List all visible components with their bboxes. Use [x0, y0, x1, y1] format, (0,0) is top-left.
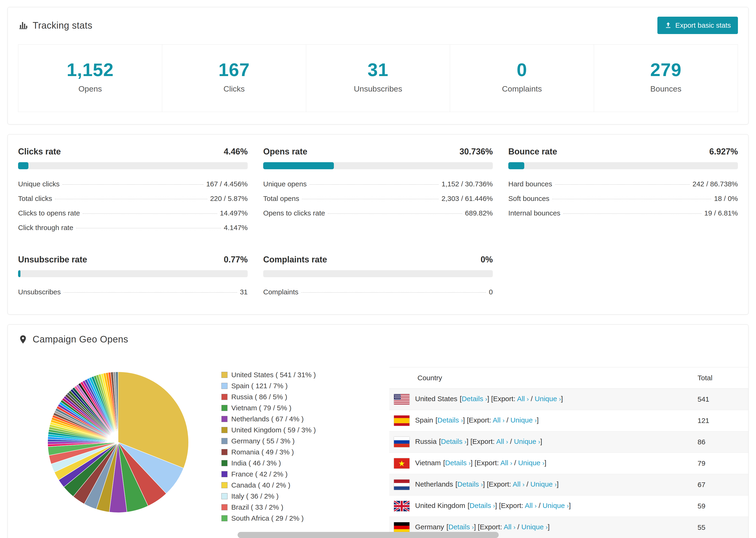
detail-label: Unique opens	[263, 180, 307, 188]
geo-content: United States ( 541 / 31% )Spain ( 121 /…	[8, 354, 748, 538]
stat-value: 0	[450, 59, 594, 81]
legend-swatch	[221, 372, 228, 378]
link-arrow-icon: ›	[485, 396, 487, 403]
export-all-link-ru[interactable]: All ›	[496, 438, 508, 445]
rate-head: Complaints rate0%	[263, 255, 493, 265]
export-all-link-vn[interactable]: All ›	[500, 459, 512, 467]
geo-total-cell: 55	[692, 517, 748, 538]
geo-row-russia: Russia[Details ›] [Export: All › / Uniqu…	[389, 431, 748, 453]
legend-item-brazil[interactable]: Brazil ( 33 / 2% )	[221, 503, 334, 511]
legend-label: Spain ( 121 / 7% )	[231, 382, 288, 390]
legend-label: Russia ( 86 / 5% )	[231, 393, 287, 401]
link-arrow-icon: ›	[555, 481, 557, 488]
legend-item-spain[interactable]: Spain ( 121 / 7% )	[221, 382, 334, 390]
legend-item-united-kingdom[interactable]: United Kingdom ( 59 / 3% )	[221, 426, 334, 434]
flag-nl-icon	[394, 480, 409, 490]
legend-item-germany[interactable]: Germany ( 55 / 3% )	[221, 437, 334, 445]
rates-card: Clicks rate4.46%Unique clicks167 / 4.456…	[8, 134, 748, 314]
bracket: ]	[548, 523, 550, 531]
export-unique-link-vn[interactable]: Unique ›	[518, 459, 544, 467]
bracket: /	[529, 395, 535, 403]
legend-item-united-states[interactable]: United States ( 541 / 31% )	[221, 371, 334, 379]
pie-svg	[43, 367, 193, 517]
details-link-us[interactable]: Details ›	[461, 395, 487, 403]
bracket: /	[537, 502, 543, 510]
bracket: [	[456, 480, 458, 488]
geo-country-cell: United Kingdom[Details ›] [Export: All ›…	[389, 496, 692, 517]
legend-item-india[interactable]: India ( 46 / 3% )	[221, 459, 334, 467]
legend-label: United States ( 541 / 31% )	[231, 371, 316, 379]
details-link-gb[interactable]: Details ›	[469, 502, 495, 510]
export-all-link-gb[interactable]: All ›	[525, 502, 536, 510]
legend-item-vietnam[interactable]: Vietnam ( 79 / 5% )	[221, 404, 334, 412]
detail-value: 4.147%	[224, 224, 248, 232]
geo-opens-header: Campaign Geo Opens	[8, 325, 748, 354]
detail-row-opens-to-clicks-rate: Opens to clicks rate689.82%	[263, 206, 493, 220]
export-basic-stats-button[interactable]: Export basic stats	[657, 17, 738, 34]
geo-legend: United States ( 541 / 31% )Spain ( 121 /…	[221, 371, 334, 525]
detail-row-total-opens: Total opens2,303 / 61.446%	[263, 191, 493, 206]
export-label: [Export:	[478, 523, 504, 531]
export-unique-link-us[interactable]: Unique ›	[535, 395, 561, 403]
geo-table: CountryTotal United States[Details ›] [E…	[389, 367, 748, 538]
legend-item-romania[interactable]: Romania ( 49 / 3% )	[221, 448, 334, 456]
link-arrow-icon: ›	[542, 459, 544, 467]
legend-item-south-africa[interactable]: South Africa ( 29 / 2% )	[221, 514, 334, 522]
legend-swatch	[221, 460, 228, 466]
export-unique-link-de[interactable]: Unique ›	[521, 523, 548, 531]
bracket: [	[436, 416, 437, 424]
export-all-link-us[interactable]: All ›	[517, 395, 529, 403]
flag-de-icon	[394, 522, 409, 533]
legend-item-russia[interactable]: Russia ( 86 / 5% )	[221, 393, 334, 401]
export-all-link-es[interactable]: All ›	[493, 416, 505, 424]
rate-title: Unsubscribe rate	[18, 255, 87, 265]
export-unique-link-ru[interactable]: Unique ›	[514, 438, 540, 445]
detail-value: 19 / 6.81%	[704, 209, 738, 217]
rate-detail-rows: Unique clicks167 / 4.456%Total clicks220…	[18, 177, 248, 235]
detail-value: 14.497%	[220, 209, 248, 217]
export-unique-link-nl[interactable]: Unique ›	[530, 480, 557, 488]
detail-value: 0	[489, 288, 493, 296]
details-link-nl[interactable]: Details ›	[458, 480, 483, 488]
country-name: United States	[415, 395, 458, 403]
bracket: /	[515, 523, 521, 531]
details-link-vn[interactable]: Details ›	[445, 459, 471, 467]
export-all-link-nl[interactable]: All ›	[513, 480, 524, 488]
link-arrow-icon: ›	[546, 524, 548, 531]
bracket: ]	[471, 459, 475, 467]
detail-row-soft-bounces: Soft bounces18 / 0%	[508, 191, 738, 206]
flag-gb-icon	[394, 501, 409, 511]
geo-total-cell: 67	[692, 474, 748, 496]
detail-row-unique-opens: Unique opens1,152 / 30.736%	[263, 177, 493, 191]
legend-label: Romania ( 49 / 3% )	[231, 448, 294, 456]
detail-label: Clicks to opens rate	[18, 209, 80, 217]
link-arrow-icon: ›	[461, 417, 463, 424]
detail-value: 31	[240, 288, 248, 296]
details-link-de[interactable]: Details ›	[449, 523, 474, 531]
export-unique-link-gb[interactable]: Unique ›	[543, 502, 569, 510]
dotted-leader	[563, 213, 702, 214]
export-unique-link-es[interactable]: Unique ›	[511, 416, 537, 424]
horizontal-scrollbar-thumb[interactable]	[238, 532, 499, 538]
bracket: ]	[466, 438, 470, 445]
geo-row-spain: Spain[Details ›] [Export: All › / Unique…	[389, 410, 748, 431]
link-arrow-icon: ›	[493, 502, 495, 510]
rate-head: Clicks rate4.46%	[18, 147, 248, 157]
dotted-leader	[328, 213, 462, 214]
dotted-leader	[552, 199, 711, 199]
legend-item-italy[interactable]: Italy ( 36 / 2% )	[221, 492, 334, 500]
stat-value: 1,152	[18, 59, 162, 81]
dotted-leader	[55, 199, 207, 199]
legend-item-france[interactable]: France ( 42 / 2% )	[221, 470, 334, 478]
details-link-ru[interactable]: Details ›	[441, 438, 466, 445]
dotted-leader	[555, 184, 690, 185]
details-link-es[interactable]: Details ›	[437, 416, 463, 424]
export-all-link-de[interactable]: All ›	[504, 523, 515, 531]
bracket: ]	[483, 480, 487, 488]
legend-item-netherlands[interactable]: Netherlands ( 67 / 4% )	[221, 415, 334, 423]
legend-swatch	[221, 471, 228, 477]
legend-swatch	[221, 383, 228, 389]
export-label: [Export:	[491, 395, 517, 403]
dotted-leader	[76, 228, 221, 228]
legend-item-canada[interactable]: Canada ( 40 / 2% )	[221, 481, 334, 489]
